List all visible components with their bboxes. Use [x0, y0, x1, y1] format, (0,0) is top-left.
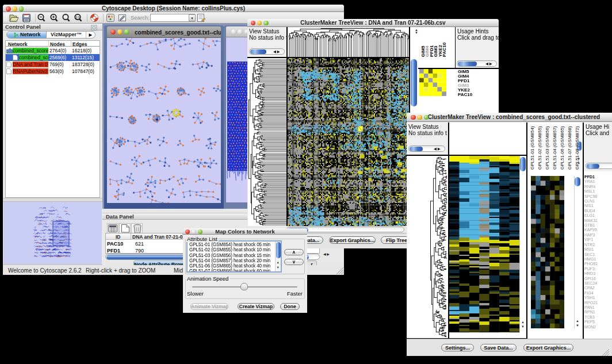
- svg-text:1:1: 1:1: [75, 16, 79, 19]
